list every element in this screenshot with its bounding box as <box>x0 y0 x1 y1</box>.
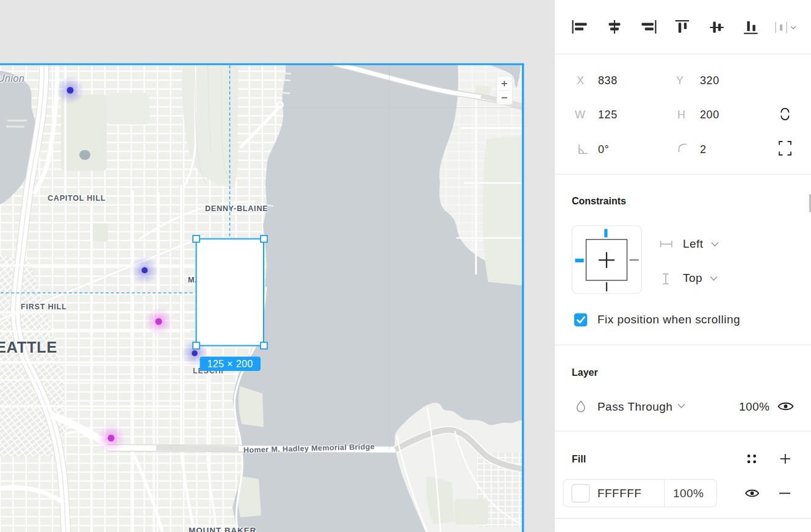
svg-text:FIRST HILL: FIRST HILL <box>21 303 67 311</box>
svg-text:CAPITOL HILL: CAPITOL HILL <box>48 194 106 203</box>
svg-text:MOUNT BAKER: MOUNT BAKER <box>189 526 256 532</box>
svg-text:EATTLE: EATTLE <box>0 339 57 356</box>
svg-text:DENNY-BLAINE: DENNY-BLAINE <box>205 204 268 213</box>
svg-text:Union: Union <box>0 73 24 84</box>
svg-text:125 × 200: 125 × 200 <box>207 359 253 369</box>
